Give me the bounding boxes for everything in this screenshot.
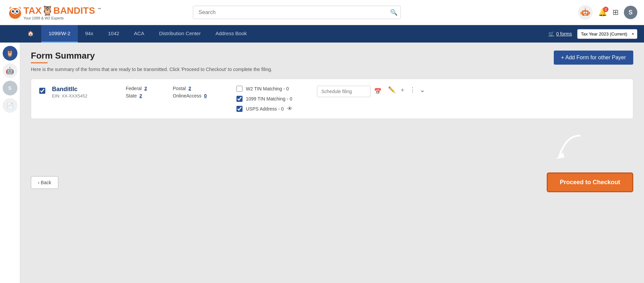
svg-rect-9 (586, 12, 587, 13)
online-count[interactable]: 0 (204, 93, 207, 98)
svg-point-4 (16, 10, 18, 13)
w2-tin-label: W2 TIN Matching - 0 (246, 86, 289, 91)
checkout-button[interactable]: Proceed to Checkout (547, 172, 633, 192)
header-right: 🔔 0 ⊞ S (578, 5, 637, 20)
sidebar-item-robot[interactable]: 🤖 (3, 63, 17, 78)
cart-count: 0 forms (556, 31, 572, 37)
payer-info: Banditllc EIN: XX-XXX5452 (52, 86, 119, 98)
state-label: State (126, 93, 137, 98)
layout: 🦉 🤖 S 📄 Form Summary + Add Form for othe… (0, 43, 644, 283)
title-underline (31, 62, 48, 63)
w2-tin-row: W2 TIN Matching - 0 (236, 86, 310, 92)
federal-count-row: Federal 2 (126, 86, 166, 91)
main-content: Form Summary + Add Form for other Payer … (20, 43, 644, 283)
search-button[interactable]: 🔍 (390, 9, 397, 16)
form-counts: Federal 2 State 2 (126, 86, 166, 98)
state-count-row: State 2 (126, 93, 166, 98)
federal-label: Federal (126, 86, 142, 91)
postal-counts: Postal 2 OnlineAccess 0 (173, 86, 230, 98)
usps-row: USPS Address - 0 👁 (236, 106, 310, 112)
nav-1042[interactable]: 1042 (101, 25, 126, 43)
payer-row: Banditllc EIN: XX-XXX5452 Federal 2 Stat… (39, 86, 625, 112)
w2-tin-checkbox[interactable] (236, 86, 243, 92)
year-selector-wrapper: Tax Year 2023 (Current) (577, 29, 637, 39)
usps-checkbox[interactable] (236, 106, 243, 112)
nav-94x[interactable]: 94x (78, 25, 101, 43)
payer-name: Banditllc (52, 86, 119, 93)
page-title: Form Summary (31, 51, 95, 61)
eye-icon[interactable]: 👁 (287, 106, 292, 112)
nav-aca-label: ACA (134, 30, 144, 36)
page-title-row: Form Summary + Add Form for other Payer (31, 51, 633, 65)
nav-1099w2-label: 1099/W-2 (49, 30, 70, 36)
online-count-row: OnlineAccess 0 (173, 93, 230, 98)
sidebar-item-doc[interactable]: 📄 (3, 98, 17, 113)
search-input[interactable] (193, 6, 401, 19)
expand-button[interactable]: ⌄ (420, 86, 425, 94)
usps-label: USPS Address - 0 (246, 106, 284, 112)
more-options-button[interactable]: ⋮ (410, 86, 416, 93)
robot-icon (578, 5, 593, 20)
year-selector[interactable]: Tax Year 2023 (Current) (577, 29, 637, 39)
tin1099-label: 1099 TIN Matching - 0 (246, 96, 292, 101)
arrow-annotation (546, 129, 586, 164)
notifications-badge: 0 (603, 7, 608, 12)
tin-checks: W2 TIN Matching - 0 1099 TIN Matching - … (236, 86, 310, 112)
cart-button[interactable]: 🛒 0 forms (548, 31, 572, 37)
home-icon: 🏠 (28, 30, 34, 37)
svg-rect-8 (583, 12, 585, 13)
nav-home[interactable]: 🏠 (20, 25, 41, 43)
nav-address[interactable]: Address Book (208, 25, 254, 43)
sidebar-item-user-s[interactable]: S (3, 81, 17, 95)
nav-1099w2[interactable]: 1099/W-2 (41, 25, 78, 43)
action-icons: ✏️ ＋ ⋮ ⌄ (388, 86, 425, 94)
nav-bar: 🏠 1099/W-2 94x 1042 ACA Distribution Cen… (0, 25, 644, 43)
svg-point-3 (12, 10, 14, 13)
nav-distribution-label: Distribution Center (159, 30, 201, 36)
sidebar: 🦉 🤖 S 📄 (0, 43, 20, 283)
svg-rect-10 (584, 14, 587, 15)
user-avatar[interactable]: S (624, 6, 637, 19)
svg-point-13 (585, 7, 586, 9)
logo-subtitle: Your 1099 & W2 Experts (23, 16, 101, 20)
nav-right: 🛒 0 forms Tax Year 2023 (Current) (548, 29, 644, 39)
nav-aca[interactable]: ACA (126, 25, 152, 43)
schedule-filing-input[interactable] (317, 86, 371, 97)
nav-address-label: Address Book (215, 30, 247, 36)
nav-distribution[interactable]: Distribution Center (152, 25, 208, 43)
title-area: Form Summary (31, 51, 95, 63)
schedule-area: 📅 (317, 86, 381, 97)
search-bar: 🔍 (193, 6, 401, 19)
tin1099-checkbox[interactable] (236, 96, 243, 102)
add-form-button[interactable]: + Add Form for other Payer (554, 51, 633, 65)
top-header: TAX🦉BANDITS ™ Your 1099 & W2 Experts 🔍 (0, 0, 644, 25)
logo-owl-icon (7, 4, 23, 21)
calendar-icon-button[interactable]: 📅 (374, 88, 381, 95)
online-label: OnlineAccess (173, 93, 202, 98)
svg-rect-14 (581, 12, 582, 14)
form-card: Banditllc EIN: XX-XXX5452 Federal 2 Stat… (31, 79, 633, 119)
bottom-row: ‹ Back Proceed to Checkout (31, 172, 633, 192)
payer-ein: EIN: XX-XXX5452 (52, 93, 119, 98)
svg-point-5 (13, 11, 14, 11)
svg-rect-11 (585, 9, 586, 10)
nav-94x-label: 94x (85, 30, 93, 36)
page-subtitle: Here is the summary of the forms that ar… (31, 67, 633, 72)
logo-title: TAX🦉BANDITS ™ (23, 5, 101, 16)
state-count[interactable]: 2 (140, 93, 142, 98)
back-button[interactable]: ‹ Back (31, 176, 58, 189)
postal-label: Postal (173, 86, 186, 91)
grid-icon[interactable]: ⊞ (612, 8, 619, 17)
payer-checkbox[interactable] (39, 88, 45, 94)
edit-button[interactable]: ✏️ (388, 86, 395, 93)
add-button[interactable]: ＋ (399, 86, 406, 94)
notifications-button[interactable]: 🔔 0 (598, 8, 607, 17)
logo-area: TAX🦉BANDITS ™ Your 1099 & W2 Experts (7, 4, 101, 21)
nav-1042-label: 1042 (108, 30, 119, 36)
postal-count-row: Postal 2 (173, 86, 230, 91)
postal-count[interactable]: 2 (189, 86, 191, 91)
federal-count[interactable]: 2 (144, 86, 147, 91)
tin1099-row: 1099 TIN Matching - 0 (236, 96, 310, 102)
annotation-area (31, 126, 633, 166)
sidebar-item-owl[interactable]: 🦉 (3, 46, 17, 61)
